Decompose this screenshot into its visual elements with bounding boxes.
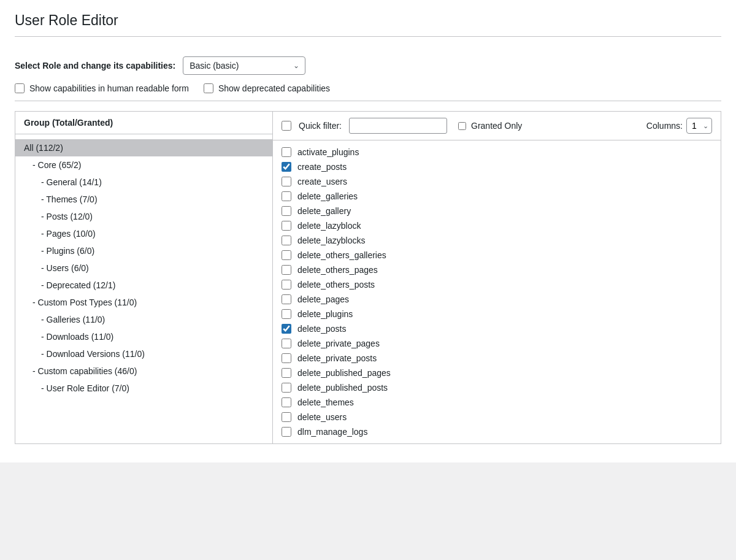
capability-checkbox[interactable]: [282, 250, 291, 260]
group-list-item[interactable]: - Download Versions (11/0): [15, 345, 272, 362]
capability-checkbox[interactable]: [282, 206, 291, 216]
human-readable-text: Show capabilities in human readable form: [29, 83, 189, 93]
checkboxes-row: Show capabilities in human readable form…: [15, 83, 721, 93]
columns-control: Columns: 1 2 3 ⌄: [646, 118, 712, 134]
capability-name: delete_plugins: [297, 309, 353, 319]
capabilities-list: activate_pluginscreate_postscreate_users…: [273, 140, 721, 443]
capability-item: delete_posts: [282, 322, 712, 336]
capability-checkbox[interactable]: [282, 353, 291, 363]
page-wrap: User Role Editor Select Role and change …: [0, 0, 736, 462]
group-list-item[interactable]: - Downloads (11/0): [15, 328, 272, 345]
capability-name: activate_plugins: [297, 147, 359, 157]
group-list-item[interactable]: - General (14/1): [15, 174, 272, 191]
capability-item: create_users: [282, 175, 712, 188]
capability-checkbox[interactable]: [282, 368, 291, 378]
capability-item: delete_lazyblock: [282, 219, 712, 232]
right-panel: Quick filter: Granted Only Columns: 1 2 …: [273, 112, 721, 443]
capability-checkbox[interactable]: [282, 427, 291, 437]
capability-checkbox[interactable]: [282, 397, 291, 407]
columns-select-wrapper: 1 2 3 ⌄: [686, 118, 712, 134]
group-list-item[interactable]: All (112/2): [15, 139, 272, 156]
role-select[interactable]: Basic (basic) Administrator Editor Autho…: [183, 56, 305, 75]
group-list: All (112/2)- Core (65/2)- General (14/1)…: [15, 134, 272, 402]
group-list-item[interactable]: - Custom capabilities (46/0): [15, 362, 272, 380]
capability-item: delete_published_pages: [282, 366, 712, 380]
capability-item: activate_plugins: [282, 145, 712, 159]
group-list-item[interactable]: - Pages (10/0): [15, 225, 272, 242]
capability-name: delete_others_galleries: [297, 250, 386, 260]
quick-filter-label: Quick filter:: [299, 121, 342, 131]
capability-name: create_users: [297, 177, 347, 186]
left-panel: Group (Total/Granted) All (112/2)- Core …: [15, 112, 273, 443]
capability-name: delete_lazyblock: [297, 221, 361, 231]
group-list-item[interactable]: - Core (65/2): [15, 156, 272, 174]
capability-item: delete_published_posts: [282, 381, 712, 394]
granted-only-text: Granted Only: [471, 121, 522, 131]
human-readable-checkbox[interactable]: [15, 83, 25, 93]
capability-checkbox[interactable]: [282, 280, 291, 290]
capability-name: delete_themes: [297, 397, 354, 407]
capability-checkbox[interactable]: [282, 177, 291, 186]
capability-item: delete_private_posts: [282, 351, 712, 365]
capability-name: delete_published_pages: [297, 368, 391, 378]
capability-name: delete_others_pages: [297, 265, 378, 275]
columns-text: Columns:: [646, 121, 683, 131]
page-title: User Role Editor: [15, 12, 721, 37]
role-select-wrapper: Basic (basic) Administrator Editor Autho…: [183, 56, 305, 75]
capability-item: delete_gallery: [282, 204, 712, 218]
capability-item: delete_others_pages: [282, 263, 712, 277]
capability-checkbox[interactable]: [282, 412, 291, 422]
deprecated-text: Show deprecated capabilities: [218, 83, 330, 93]
group-list-item[interactable]: - User Role Editor (7/0): [15, 380, 272, 397]
capability-name: delete_pages: [297, 294, 349, 304]
capability-checkbox[interactable]: [282, 162, 291, 172]
capability-name: delete_others_posts: [297, 280, 375, 290]
role-selector-row: Select Role and change its capabilities:…: [15, 56, 721, 75]
capability-name: delete_private_posts: [297, 353, 377, 363]
group-list-item[interactable]: - Users (6/0): [15, 259, 272, 277]
group-list-item[interactable]: - Custom Post Types (11/0): [15, 294, 272, 311]
role-selector-label: Select Role and change its capabilities:: [15, 61, 175, 71]
select-all-checkbox[interactable]: [282, 121, 291, 131]
quick-filter-input[interactable]: [349, 118, 447, 134]
capability-checkbox[interactable]: [282, 265, 291, 275]
capability-checkbox[interactable]: [282, 191, 291, 201]
capability-name: delete_published_posts: [297, 383, 388, 393]
main-content: Group (Total/Granted) All (112/2)- Core …: [15, 111, 721, 444]
granted-only-label[interactable]: Granted Only: [458, 121, 522, 131]
granted-only-checkbox[interactable]: [458, 122, 466, 130]
capability-item: delete_private_pages: [282, 337, 712, 350]
capability-checkbox[interactable]: [282, 236, 291, 245]
capability-checkbox[interactable]: [282, 324, 291, 334]
group-list-item[interactable]: - Themes (7/0): [15, 191, 272, 208]
capability-name: dlm_manage_logs: [297, 427, 367, 437]
group-list-item[interactable]: - Deprecated (12/1): [15, 277, 272, 294]
capability-checkbox[interactable]: [282, 147, 291, 157]
capability-item: delete_plugins: [282, 307, 712, 321]
capability-checkbox[interactable]: [282, 309, 291, 319]
capability-item: delete_themes: [282, 396, 712, 409]
capability-item: delete_others_posts: [282, 278, 712, 291]
capability-name: delete_users: [297, 412, 347, 422]
human-readable-label[interactable]: Show capabilities in human readable form: [15, 83, 189, 93]
group-list-item[interactable]: - Galleries (11/0): [15, 311, 272, 328]
capability-name: delete_galleries: [297, 191, 358, 201]
group-list-item[interactable]: - Posts (12/0): [15, 208, 272, 225]
right-panel-header: Quick filter: Granted Only Columns: 1 2 …: [273, 112, 721, 140]
capability-name: delete_posts: [297, 324, 346, 334]
capability-item: delete_lazyblocks: [282, 234, 712, 247]
capability-checkbox[interactable]: [282, 294, 291, 304]
capability-checkbox[interactable]: [282, 383, 291, 393]
capability-checkbox[interactable]: [282, 339, 291, 348]
group-list-item[interactable]: - Plugins (6/0): [15, 242, 272, 259]
capability-checkbox[interactable]: [282, 221, 291, 231]
capability-item: delete_users: [282, 410, 712, 424]
columns-select[interactable]: 1 2 3: [686, 118, 712, 134]
capability-item: delete_others_galleries: [282, 248, 712, 262]
capability-item: create_posts: [282, 160, 712, 174]
capability-item: delete_galleries: [282, 190, 712, 203]
group-header: Group (Total/Granted): [15, 112, 272, 134]
capability-name: delete_lazyblocks: [297, 236, 366, 245]
deprecated-label[interactable]: Show deprecated capabilities: [204, 83, 330, 93]
deprecated-checkbox[interactable]: [204, 83, 213, 93]
